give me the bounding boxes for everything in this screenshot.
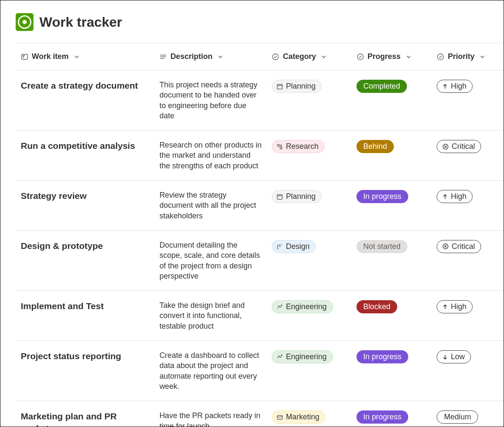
cell-description[interactable]: Create a dashboard to collect data about… [154, 350, 267, 391]
category-pill[interactable]: Research [272, 140, 325, 153]
cell-description[interactable]: Have the PR packets ready in time for la… [154, 410, 267, 427]
svg-rect-0 [22, 54, 28, 59]
category-pill[interactable]: Planning [272, 190, 322, 203]
priority-pill[interactable]: Low [437, 350, 471, 363]
priority-pill[interactable]: Critical [437, 240, 481, 253]
cell-category[interactable]: Engineering [267, 300, 351, 313]
cell-category[interactable]: Engineering [267, 350, 351, 363]
cell-priority[interactable]: High [432, 80, 504, 93]
column-header-category[interactable]: Category [267, 52, 351, 61]
cell-priority[interactable]: Low [432, 350, 504, 363]
progress-pill[interactable]: Blocked [356, 300, 397, 313]
priority-pill[interactable]: Medium [437, 410, 478, 424]
cell-description[interactable]: Take the design brief and convert it int… [154, 300, 267, 331]
cell-priority[interactable]: Critical [432, 240, 504, 253]
cell-work-item[interactable]: Project status reporting [16, 350, 154, 362]
cell-priority[interactable]: Critical [432, 140, 504, 153]
column-header-progress[interactable]: Progress [351, 52, 432, 61]
priority-pill[interactable]: High [437, 300, 473, 313]
engineering-icon [276, 354, 283, 360]
column-header-label: Work item [32, 52, 69, 61]
cell-description[interactable]: This project needs a strategy document t… [154, 80, 267, 121]
progress-pill[interactable]: Not started [356, 240, 407, 253]
cell-category[interactable]: Planning [267, 80, 351, 93]
category-label: Design [286, 242, 309, 251]
progress-pill[interactable]: Behind [356, 140, 394, 153]
cell-progress[interactable]: Blocked [351, 300, 432, 313]
description-text: Have the PR packets ready in time for la… [159, 410, 262, 427]
cell-work-item[interactable]: Marketing plan and PR packets [16, 410, 154, 427]
priority-pill[interactable]: High [437, 190, 473, 203]
cell-progress[interactable]: In progress [351, 410, 432, 424]
cell-progress[interactable]: In progress [351, 190, 432, 203]
table-row[interactable]: Strategy review Review the strategy docu… [16, 181, 504, 231]
progress-pill[interactable]: In progress [356, 350, 408, 363]
cell-progress[interactable]: In progress [351, 350, 432, 363]
cell-work-item[interactable]: Design & prototype [16, 240, 154, 252]
priority-label: Medium [444, 413, 471, 421]
cell-progress[interactable]: Completed [351, 80, 432, 93]
progress-pill[interactable]: Completed [356, 80, 407, 93]
cell-category[interactable]: Design [267, 240, 351, 253]
priority-pill[interactable]: High [437, 80, 473, 93]
cell-work-item[interactable]: Implement and Test [16, 300, 154, 312]
cell-work-item[interactable]: Strategy review [16, 190, 154, 202]
page-header: Work tracker [0, 0, 504, 43]
text-field-icon [21, 53, 28, 61]
description-text: Document detailing the scope, scale, and… [159, 240, 262, 281]
engineering-icon [276, 304, 283, 310]
column-header-label: Priority [448, 52, 474, 61]
category-label: Marketing [286, 413, 319, 421]
cell-category[interactable]: Planning [267, 190, 351, 203]
table-row[interactable]: Run a competitive analysis Research on o… [16, 131, 504, 181]
category-pill[interactable]: Marketing [272, 410, 326, 424]
planning-icon [276, 83, 283, 90]
column-header-label: Progress [368, 52, 401, 61]
table-row[interactable]: Design & prototype Document detailing th… [16, 231, 504, 291]
cell-priority[interactable]: Medium [432, 410, 504, 424]
column-header-description[interactable]: Description [154, 52, 267, 61]
category-label: Planning [286, 82, 315, 91]
lines-icon [159, 53, 167, 61]
cell-priority[interactable]: High [432, 300, 504, 313]
page-title: Work tracker [39, 14, 122, 30]
progress-pill[interactable]: In progress [356, 190, 408, 203]
category-pill[interactable]: Engineering [272, 300, 333, 313]
svg-point-7 [281, 145, 282, 146]
cell-progress[interactable]: Behind [351, 140, 432, 153]
cell-work-item[interactable]: Create a strategy document [16, 80, 154, 92]
description-text: This project needs a strategy document t… [159, 80, 262, 121]
cell-priority[interactable]: High [432, 190, 504, 203]
table-body: Create a strategy document This project … [16, 70, 504, 427]
cell-category[interactable]: Research [267, 140, 351, 153]
column-header-work-item[interactable]: Work item [16, 52, 154, 61]
chevron-down-icon [479, 54, 485, 60]
cell-work-item[interactable]: Run a competitive analysis [16, 140, 154, 152]
category-pill[interactable]: Design [272, 240, 316, 253]
cell-description[interactable]: Research on other products in the market… [154, 140, 267, 171]
table-row[interactable]: Implement and Test Take the design brief… [16, 291, 504, 341]
table-row[interactable]: Create a strategy document This project … [16, 70, 504, 131]
work-item-title: Marketing plan and PR packets [21, 410, 149, 427]
cell-description[interactable]: Review the strategy document with all th… [154, 190, 267, 221]
column-header-priority[interactable]: Priority [432, 52, 504, 61]
design-icon [276, 243, 283, 250]
progress-label: Blocked [363, 302, 390, 311]
table-row[interactable]: Project status reporting Create a dashbo… [16, 341, 504, 401]
cell-category[interactable]: Marketing [267, 410, 351, 424]
category-pill[interactable]: Planning [272, 80, 322, 93]
table-row[interactable]: Marketing plan and PR packets Have the P… [16, 401, 504, 427]
category-pill[interactable]: Engineering [272, 350, 333, 363]
svg-point-2 [357, 54, 363, 60]
cell-description[interactable]: Document detailing the scope, scale, and… [154, 240, 267, 281]
up-arrow-icon [442, 304, 448, 310]
work-item-title: Create a strategy document [21, 80, 149, 92]
progress-pill[interactable]: In progress [356, 410, 408, 424]
up-arrow-icon [442, 84, 448, 89]
progress-label: In progress [363, 192, 401, 201]
chevron-down-icon [321, 54, 327, 60]
priority-pill[interactable]: Critical [437, 140, 481, 153]
chevron-down-icon [406, 54, 412, 60]
cell-progress[interactable]: Not started [351, 240, 432, 253]
category-label: Engineering [286, 302, 326, 311]
